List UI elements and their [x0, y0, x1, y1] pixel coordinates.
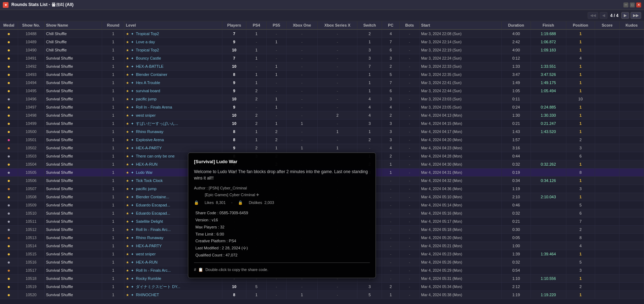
table-row[interactable]: ● 10493 Survival Shuffle 1 ★ ✦ Blender C… [0, 71, 644, 79]
close-button[interactable]: ✕ [636, 2, 641, 7]
header-xbsx[interactable]: Xbox Series X [317, 21, 357, 29]
level-name[interactable]: Roll In - Finals Arc... [136, 227, 171, 232]
level-name[interactable]: Explosive Arena [136, 138, 164, 142]
level-name[interactable]: Ludo War [136, 170, 152, 175]
header-level[interactable]: Level [124, 21, 222, 29]
header-kudos[interactable]: Kudos [619, 21, 644, 29]
level-cell[interactable]: ★ ✦ RHINOCHET [124, 291, 222, 299]
table-row[interactable]: ● 10519 Survival Shuffle 1 ★ ✦ ダイナミクスビート… [0, 283, 644, 291]
table-row[interactable]: ● 10488 Chill Shuffle 1 ★ ✦ Tropical Top… [0, 29, 644, 38]
level-name[interactable]: Roll In - Finals Arena [136, 105, 172, 109]
level-name[interactable]: Love a day [136, 40, 155, 44]
level-cell[interactable]: ★ ✦ ダイナミクスビート DY... [124, 283, 222, 291]
header-pc[interactable]: PC [382, 21, 400, 29]
level-cell[interactable]: ★ ✦ Love a day [124, 38, 222, 46]
level-cell[interactable]: ★ ✦ Tropical Top2 [124, 29, 222, 38]
level-name[interactable]: Bouncy Castle [136, 56, 161, 60]
level-cell[interactable]: ★ ✦ west sniper [124, 111, 222, 120]
last-page-button[interactable]: ▶▶ [631, 12, 641, 19]
level-cell[interactable]: ★ ✦ Explosive Arena [124, 136, 222, 144]
level-name[interactable]: Blender Container [136, 72, 167, 77]
level-name[interactable]: HEX-A-RUN [136, 260, 157, 264]
maximize-button[interactable]: □ [630, 2, 635, 7]
level-name[interactable]: Roll In - Finals Arc... [136, 268, 171, 272]
level-name[interactable]: Rocky Rumble [136, 276, 161, 281]
level-name[interactable]: HEX-A-RUN [136, 162, 157, 166]
table-row[interactable]: ● 10502 Survival Shuffle 1 ★ ✦ HEX-A-PAR… [0, 144, 644, 152]
header-round[interactable]: Round [102, 21, 124, 29]
level-name[interactable]: HEX-A-PARTY [136, 146, 162, 150]
level-cell[interactable]: ★ ✦ Roll In - Finals Arena [124, 103, 222, 111]
finish-cell: 1:33.551 [531, 62, 566, 71]
level-cell[interactable]: ★ ✦ HEX-A-PARTY [124, 144, 222, 152]
minimize-button[interactable]: ─ [623, 2, 628, 7]
level-name[interactable]: pacific jump [136, 187, 156, 191]
table-row[interactable]: ● 10496 Survival Shuffle 1 ★ ✦ pacific j… [0, 95, 644, 103]
level-cell[interactable]: ★ ✦ Hex A Trouble [124, 79, 222, 87]
table-row[interactable]: ● 10494 Survival Shuffle 1 ★ ✦ Hex A Tro… [0, 79, 644, 87]
level-name[interactable]: Tick Tock Clock [136, 178, 163, 183]
next-page-button[interactable]: ▶ [621, 12, 629, 19]
header-showname[interactable]: Show Name [44, 21, 102, 29]
round-cell: 1 [102, 217, 124, 226]
level-name[interactable]: HEX-A-PARTY [136, 244, 162, 248]
table-row[interactable]: ● 10490 Chill Shuffle 1 ★ ✦ Tropical Top… [0, 46, 644, 54]
level-name[interactable]: Tropical Top2 [136, 32, 159, 36]
level-cell[interactable]: ★ ✦ Tropical Top2 [124, 46, 222, 54]
table-row[interactable]: ● 10495 Survival Shuffle 1 ★ ✦ survival … [0, 87, 644, 95]
level-name[interactable]: Satellite Delight [136, 219, 163, 223]
header-bots[interactable]: Bots [400, 21, 420, 29]
table-row[interactable]: ● 10501 Survival Shuffle 1 ★ ✦ Explosive… [0, 136, 644, 144]
level-name[interactable]: HEX-A-BATTLE [136, 64, 163, 68]
header-ps5[interactable]: PS5 [266, 21, 286, 29]
level-cell[interactable]: ★ ✦ すばいだーすっぱいん... [124, 120, 222, 128]
position-cell: 3 [566, 144, 595, 152]
table-row[interactable]: ● 10491 Survival Shuffle 1 ★ ✦ Bouncy Ca… [0, 54, 644, 62]
level-name[interactable]: There can only be one [136, 154, 174, 158]
level-cell[interactable]: ★ ✦ Rhino Runaway [124, 128, 222, 136]
table-row[interactable]: ● 10500 Survival Shuffle 1 ★ ✦ Rhino Run… [0, 128, 644, 136]
level-name[interactable]: Eduardo Escapad... [136, 203, 170, 207]
table-row[interactable]: ● 10489 Chill Shuffle 1 ★ ✦ Love a day 9… [0, 38, 644, 46]
score-cell [595, 144, 620, 152]
table-row[interactable]: ● 10499 Survival Shuffle 1 ★ ✦ すばいだーすっぱい… [0, 120, 644, 128]
header-position[interactable]: Position [566, 21, 595, 29]
header-score[interactable]: Score [595, 21, 620, 29]
window-controls[interactable]: ─ □ ✕ [623, 2, 641, 7]
level-name[interactable]: Blender Containe... [136, 195, 169, 199]
header-switch[interactable]: Switch [357, 21, 382, 29]
medal-cell: ● [0, 209, 18, 217]
level-name[interactable]: Hex A Trouble [136, 81, 160, 85]
level-cell[interactable]: ★ ✦ pacific jump [124, 95, 222, 103]
table-row[interactable]: ● 10520 Survival Shuffle 1 ★ ✦ RHINOCHET… [0, 291, 644, 299]
level-name[interactable]: west sniper [136, 252, 156, 256]
level-name[interactable]: すばいだーすっぱいん... [136, 121, 178, 126]
table-row[interactable]: ● 10498 Survival Shuffle 1 ★ ✦ west snip… [0, 111, 644, 120]
header-start[interactable]: Start [420, 21, 502, 29]
first-page-button[interactable]: ◀◀ [588, 12, 598, 19]
level-cell[interactable]: ★ ✦ Blender Container [124, 71, 222, 79]
level-cell[interactable]: ★ ✦ Bouncy Castle [124, 54, 222, 62]
level-name[interactable]: west sniper [136, 113, 156, 117]
header-showno[interactable]: Show No. [18, 21, 44, 29]
level-cell[interactable]: ★ ✦ HEX-A-BATTLE [124, 62, 222, 71]
level-cell[interactable]: ★ ✦ survival board [124, 87, 222, 95]
level-name[interactable]: Eduardo Escapad... [136, 211, 170, 215]
header-players[interactable]: Players [222, 21, 246, 29]
prev-page-button[interactable]: ◀ [600, 12, 607, 19]
header-duration[interactable]: Duration [502, 21, 531, 29]
level-name[interactable]: Rhino Runaway [136, 129, 163, 134]
level-name[interactable]: pacific jump [136, 97, 156, 101]
level-name[interactable]: Rhino Runaway [136, 236, 163, 240]
level-name[interactable]: ダイナミクスビート DY... [136, 284, 180, 289]
table-row[interactable]: ● 10497 Survival Shuffle 1 ★ ✦ Roll In -… [0, 103, 644, 111]
pc-cell: - [382, 209, 400, 217]
table-row[interactable]: ● 10492 Survival Shuffle 1 ★ ✦ HEX-A-BAT… [0, 62, 644, 71]
level-name[interactable]: survival board [136, 89, 160, 93]
level-name[interactable]: RHINOCHET [136, 293, 159, 297]
level-name[interactable]: Tropical Top2 [136, 48, 159, 52]
header-ps4[interactable]: PS4 [246, 21, 266, 29]
finish-cell [531, 258, 566, 266]
header-xbone[interactable]: Xbox One [287, 21, 318, 29]
header-finish[interactable]: Finish [531, 21, 566, 29]
